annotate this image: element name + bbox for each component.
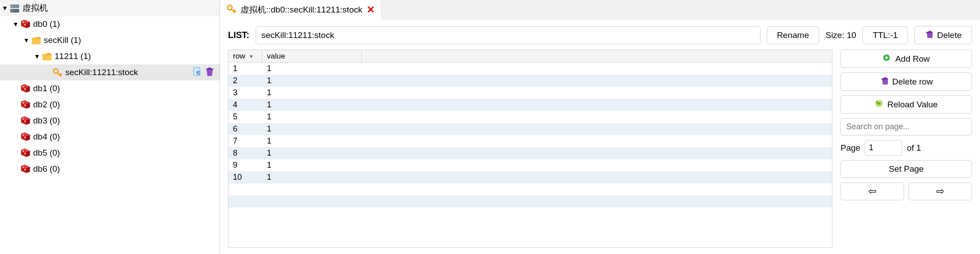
- rename-label: Rename: [777, 30, 809, 40]
- key-icon: [226, 4, 236, 16]
- tree-db6[interactable]: db6 (0): [0, 161, 220, 177]
- nav-row: ⇦ ⇨: [841, 182, 972, 200]
- cell-row: 1: [228, 64, 262, 73]
- page-input[interactable]: [865, 140, 902, 156]
- expand-arrow-icon[interactable]: [2, 4, 8, 12]
- plus-icon: [883, 54, 891, 64]
- cell-row: 9: [228, 161, 262, 170]
- col-value-label: value: [267, 52, 285, 61]
- expand-arrow-icon[interactable]: [13, 21, 19, 28]
- db-icon: [20, 19, 30, 30]
- col-row-label: row: [233, 52, 245, 61]
- folder-icon: [30, 35, 41, 46]
- actions-panel: Add Row Delete row Reload Value Page of …: [841, 50, 972, 248]
- expand-arrow-icon[interactable]: [23, 37, 30, 44]
- db-icon: [20, 131, 30, 142]
- cell-row: 6: [228, 124, 262, 134]
- tree-11211[interactable]: 11211 (1): [0, 48, 220, 64]
- tab-bar: 虚拟机::db0::secKill:11211:stock ✕: [220, 0, 980, 20]
- page-of-label: of 1: [907, 143, 921, 153]
- cell-row: 2: [228, 76, 262, 85]
- cell-row: 4: [228, 100, 262, 110]
- table-body: 112131415161718191101: [228, 63, 832, 247]
- tree-db5[interactable]: db5 (0): [0, 145, 220, 161]
- table-row[interactable]: 101: [228, 171, 832, 183]
- cell-value: 1: [262, 100, 832, 110]
- tree-db4[interactable]: db4 (0): [0, 129, 220, 145]
- list-table: row ▼ value 112131415161718191101: [228, 50, 832, 248]
- column-row[interactable]: row ▼: [228, 50, 262, 62]
- cell-value: 1: [262, 88, 832, 97]
- folder-icon: [41, 51, 52, 62]
- expand-arrow-icon[interactable]: [34, 53, 40, 60]
- search-input[interactable]: [841, 118, 972, 135]
- tab-key[interactable]: 虚拟机::db0::secKill:11211:stock ✕: [220, 0, 381, 20]
- tree-key-seckill-stock[interactable]: secKill:11211:stock: [0, 64, 220, 80]
- db-icon: [20, 99, 30, 110]
- db-icon: [20, 148, 30, 158]
- set-page-button[interactable]: Set Page: [841, 160, 972, 178]
- table-row[interactable]: 51: [228, 111, 832, 123]
- table-row[interactable]: 81: [228, 147, 832, 159]
- trash-icon: [925, 30, 933, 40]
- sort-desc-icon: ▼: [249, 54, 253, 59]
- tree-db0[interactable]: db0 (1): [0, 16, 220, 32]
- ttl-button[interactable]: TTL:-1: [862, 26, 908, 44]
- db-icon: [20, 83, 30, 94]
- tree-key-label: secKill:11211:stock: [65, 68, 192, 77]
- tree-db1[interactable]: db1 (0): [0, 80, 220, 97]
- tree-db6-label: db6 (0): [33, 164, 220, 174]
- trash-icon: [880, 76, 888, 87]
- tree-db2[interactable]: db2 (0): [0, 97, 220, 113]
- tree-seckill[interactable]: secKill (1): [0, 32, 220, 48]
- column-spacer: [362, 50, 832, 62]
- tree-db3[interactable]: db3 (0): [0, 113, 220, 129]
- table-row[interactable]: 71: [228, 135, 832, 147]
- db-icon: [20, 115, 30, 126]
- cell-value: 1: [262, 161, 832, 170]
- table-row[interactable]: 91: [228, 159, 832, 171]
- cell-row: 8: [228, 148, 262, 158]
- tree-11211-label: 11211 (1): [55, 51, 220, 61]
- set-page-label: Set Page: [889, 164, 924, 174]
- tree-root[interactable]: 虚拟机: [0, 0, 220, 16]
- table-row[interactable]: 21: [228, 75, 832, 87]
- reload-icon: [875, 99, 883, 110]
- table-row[interactable]: 61: [228, 123, 832, 135]
- delete-button[interactable]: Delete: [914, 26, 972, 44]
- delete-label: Delete: [937, 30, 962, 40]
- table-row[interactable]: 41: [228, 99, 832, 111]
- cell-value: 1: [262, 64, 832, 73]
- next-page-button[interactable]: ⇨: [908, 182, 972, 200]
- tree-panel: 虚拟机 db0 (1) secKill (1) 11211 (1) secKil…: [0, 0, 220, 254]
- content-area: LIST: Rename Size: 10 TTL:-1 Delete row …: [220, 20, 980, 254]
- cell-value: 1: [262, 136, 832, 146]
- cell-row: 5: [228, 112, 262, 122]
- main-area: row ▼ value 112131415161718191101 Add Ro…: [228, 50, 972, 248]
- table-row-empty: [228, 195, 832, 207]
- table-row[interactable]: 11: [228, 63, 832, 75]
- close-icon[interactable]: ✕: [367, 4, 375, 16]
- file-icon[interactable]: [192, 67, 202, 79]
- add-row-button[interactable]: Add Row: [841, 50, 972, 68]
- tree-db3-label: db3 (0): [33, 116, 220, 126]
- delete-row-button[interactable]: Delete row: [841, 72, 972, 91]
- table-row[interactable]: 31: [228, 87, 832, 99]
- tree-db1-label: db1 (0): [33, 84, 220, 93]
- cell-row: 7: [228, 136, 262, 146]
- prev-page-button[interactable]: ⇦: [841, 182, 904, 200]
- column-value[interactable]: value: [262, 50, 362, 62]
- server-icon: [9, 3, 20, 13]
- arrow-left-icon: ⇦: [868, 186, 876, 197]
- trash-icon[interactable]: [204, 67, 214, 79]
- size-label: Size: 10: [825, 30, 856, 40]
- cell-value: 1: [262, 148, 832, 158]
- delete-row-label: Delete row: [892, 77, 933, 87]
- tree-db5-label: db5 (0): [33, 148, 220, 158]
- rename-button[interactable]: Rename: [767, 26, 819, 44]
- tree-db4-label: db4 (0): [33, 132, 220, 142]
- tab-title: 虚拟机::db0::secKill:11211:stock: [241, 4, 362, 16]
- reload-value-button[interactable]: Reload Value: [841, 95, 972, 114]
- key-name-input[interactable]: [256, 26, 760, 44]
- tree-db0-label: db0 (1): [33, 19, 220, 29]
